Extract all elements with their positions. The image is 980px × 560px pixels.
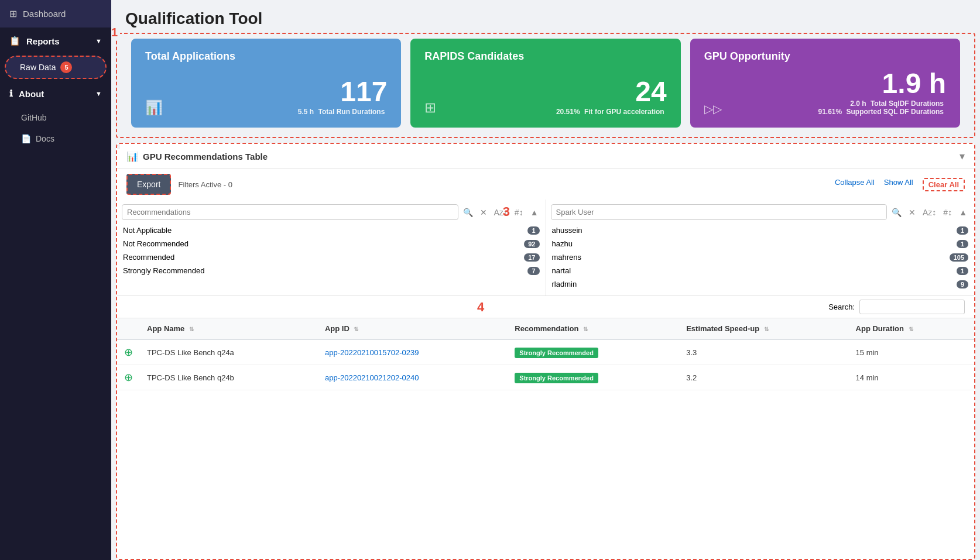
annotation-2: 2 <box>116 143 120 149</box>
sort-icon: ⇅ <box>909 326 913 332</box>
spark-user-filter-input[interactable] <box>551 204 888 220</box>
stat-sub-label3: Supported SQL DF Durations <box>847 108 944 116</box>
grid-icon: ⊞ <box>424 99 436 116</box>
filter-item-mahrens[interactable]: mahrens 105 <box>551 250 970 264</box>
duration-cell: 15 min <box>849 339 974 365</box>
table-row: ⊕ TPC-DS Like Bench q24b app-20220210021… <box>117 365 974 390</box>
stat-card-title: RAPIDS Candidates <box>424 50 666 63</box>
spark-user-sort-num-icon[interactable]: #↕ <box>941 207 954 218</box>
filter-badge: 92 <box>524 240 539 248</box>
app-id-link[interactable]: app-20220210021202-0240 <box>325 373 419 382</box>
search-row: Search: 4 <box>117 296 974 318</box>
raw-data-badge: Raw Data <box>20 63 56 72</box>
col-app-name-label: App Name <box>147 324 184 333</box>
spark-user-clear-icon[interactable]: ✕ <box>906 207 918 218</box>
col-app-id[interactable]: App ID ⇅ <box>318 318 508 339</box>
table-header-bar: 📊 GPU Recommendations Table ▾ <box>117 144 974 169</box>
app-name-cell: TPC-DS Like Bench q24a <box>140 339 318 365</box>
stat-sub-label2: Total SqlDF Durations <box>871 99 944 108</box>
filter-item-ahussein[interactable]: ahussein 1 <box>551 224 970 237</box>
docs-label: Docs <box>36 134 54 143</box>
data-table: App Name ⇅ App ID ⇅ Recommendation ⇅ E <box>117 318 974 390</box>
main-content: Qualification Tool 1 Total Applications … <box>111 0 980 560</box>
stat-sub-label: Fit for GPU acceleration <box>584 108 664 116</box>
annotation-3: 3 <box>503 204 510 219</box>
filter-item-not-applicable[interactable]: Not Applicable 1 <box>122 224 541 237</box>
spark-user-filter-list: ahussein 1 hazhu 1 mahrens 105 nartal <box>551 224 970 291</box>
sidebar-item-docs[interactable]: 📄 Docs <box>0 128 111 149</box>
recommendations-collapse-icon[interactable]: ▲ <box>528 207 541 218</box>
recommendation-badge: Strongly Recommended <box>515 348 598 358</box>
stat-card-total-applications: Total Applications 📊 117 5.5 h Total Run… <box>131 39 401 128</box>
filter-badge: 7 <box>527 267 539 275</box>
col-recommendation[interactable]: Recommendation ⇅ <box>508 318 679 339</box>
stat-sub-label: Total Run Durations <box>318 108 385 116</box>
app-id-link[interactable]: app-20220210015702-0239 <box>325 348 419 357</box>
data-table-wrapper: App Name ⇅ App ID ⇅ Recommendation ⇅ E <box>117 318 974 559</box>
col-recommendation-label: Recommendation <box>515 324 578 333</box>
sort-icon: ⇅ <box>583 326 588 332</box>
filter-item-not-recommended[interactable]: Not Recommended 92 <box>122 237 541 250</box>
sort-icon: ⇅ <box>764 326 769 332</box>
collapse-table-button[interactable]: ▾ <box>960 150 965 163</box>
recommendations-filter-input[interactable] <box>122 204 458 220</box>
expand-cell: ⊕ <box>117 365 140 390</box>
docs-icon: 📄 <box>21 134 31 143</box>
filter-item-hazhu[interactable]: hazhu 1 <box>551 237 970 250</box>
col-app-name[interactable]: App Name ⇅ <box>140 318 318 339</box>
col-speedup[interactable]: Estimated Speed-up ⇅ <box>679 318 848 339</box>
recommendations-sort-num-icon[interactable]: #↕ <box>512 207 526 218</box>
collapse-all-button[interactable]: Collapse All <box>835 178 875 191</box>
sidebar-item-dashboard[interactable]: ⊞ Dashboard <box>0 0 111 28</box>
filter-item-nartal[interactable]: nartal 1 <box>551 264 970 277</box>
expand-row-button[interactable]: ⊕ <box>124 346 133 359</box>
stat-sub: 20.51% Fit for GPU acceleration <box>556 108 667 116</box>
duration-cell: 14 min <box>849 365 974 390</box>
clear-all-button[interactable]: Clear All <box>923 178 965 191</box>
show-all-button[interactable]: Show All <box>884 178 913 191</box>
table-section: 2 📊 GPU Recommendations Table ▾ Export F… <box>116 143 975 560</box>
stat-value: 117 <box>298 75 387 108</box>
recommendation-cell: Strongly Recommended <box>508 339 679 365</box>
spark-user-sort-alpha-icon[interactable]: Az↕ <box>920 207 938 218</box>
col-duration[interactable]: App Duration ⇅ <box>849 318 974 339</box>
filter-col-recommendations: 🔍 ✕ Az↕ #↕ ▲ Not Applicable 1 Not Recomm… <box>117 200 546 296</box>
filter-search-recommendations: 🔍 ✕ Az↕ #↕ ▲ <box>122 204 541 220</box>
stat-value: 24 <box>556 75 667 108</box>
stat-card-title: GPU Opportunity <box>704 50 946 63</box>
filter-col-spark-user: 🔍 ✕ Az↕ #↕ ▲ ahussein 1 hazhu 1 <box>546 200 975 296</box>
export-button[interactable]: Export <box>126 174 171 195</box>
sidebar-item-reports[interactable]: 📋 Reports ▼ <box>0 28 111 54</box>
toolbar: Export Filters Active - 0 Collapse All S… <box>117 169 974 200</box>
sidebar: ⊞ Dashboard 📋 Reports ▼ Raw Data 5 ℹ Abo… <box>0 0 111 560</box>
recommendations-search-icon[interactable]: 🔍 <box>461 207 475 218</box>
spark-user-search-icon[interactable]: 🔍 <box>889 207 904 218</box>
col-speedup-label: Estimated Speed-up <box>686 324 759 333</box>
table-header-row: App Name ⇅ App ID ⇅ Recommendation ⇅ E <box>117 318 974 339</box>
expand-row-button[interactable]: ⊕ <box>124 371 133 384</box>
table-chart-icon: 📊 <box>126 151 138 162</box>
sidebar-item-about[interactable]: ℹ About ▼ <box>0 80 111 107</box>
sidebar-item-github[interactable]: GitHub <box>0 107 111 128</box>
chevron-down-icon: ▼ <box>95 37 102 44</box>
stat-sub-value2: 2.0 h <box>850 99 866 108</box>
filter-item-strongly-recommended[interactable]: Strongly Recommended 7 <box>122 264 541 277</box>
filter-item-rladmin[interactable]: rladmin 9 <box>551 277 970 291</box>
stat-sub-value: 20.51% <box>556 108 580 116</box>
sort-icon: ⇅ <box>189 326 194 332</box>
recommendations-clear-icon[interactable]: ✕ <box>478 207 489 218</box>
dashboard-icon: ⊞ <box>9 8 17 19</box>
stats-section: 1 Total Applications 📊 117 5.5 h Total R… <box>116 33 975 138</box>
reports-icon: 📋 <box>9 36 20 46</box>
search-input[interactable] <box>859 300 965 314</box>
sidebar-item-raw-data[interactable]: Raw Data 5 <box>5 56 107 79</box>
filter-item-recommended[interactable]: Recommended 17 <box>122 250 541 264</box>
toolbar-right: Collapse All Show All Clear All <box>835 178 965 191</box>
stat-card-gpu: GPU Opportunity ▷▷ 1.9 h 2.0 h Total Sql… <box>690 39 960 128</box>
spark-user-collapse-icon[interactable]: ▲ <box>957 207 969 218</box>
stat-sub-pct: 91.61% <box>818 108 842 116</box>
stat-sub-1: 2.0 h Total SqlDF Durations <box>818 99 946 108</box>
stat-card-rapids: RAPIDS Candidates ⊞ 24 20.51% Fit for GP… <box>410 39 680 128</box>
table-title: GPU Recommendations Table <box>143 152 268 162</box>
filter-badge: 17 <box>524 253 539 262</box>
